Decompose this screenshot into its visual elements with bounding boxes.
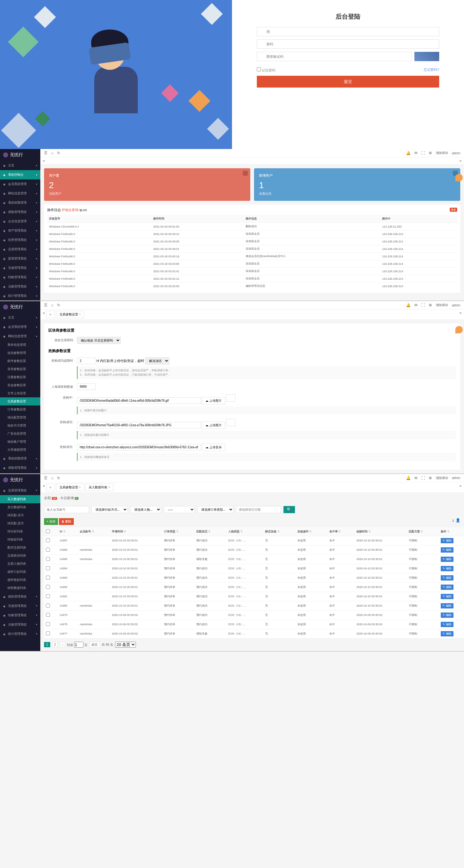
- more-badge[interactable]: 更多: [450, 208, 457, 212]
- sidebar-sub-item[interactable]: 交易投诉列表: [0, 552, 40, 560]
- sidebar-sub-item[interactable]: 短信参数管理: [0, 349, 40, 357]
- sidebar-sub-item[interactable]: 收款账户管理: [0, 438, 40, 446]
- new-users-card[interactable]: 新增用户 1 未激活员: [254, 168, 460, 201]
- tab-home[interactable]: ⌂: [46, 311, 55, 318]
- sidebar-item[interactable]: ◈主页▾: [0, 313, 40, 322]
- upload-img1-button[interactable]: ☁ 上传图片: [202, 397, 225, 404]
- sidebar-sub-item[interactable]: 买入数据列表: [0, 495, 40, 503]
- sidebar-sub-item[interactable]: 卖出数据列表: [0, 503, 40, 511]
- export-icon[interactable]: ⤓: [452, 518, 455, 523]
- sidebar-sub-item[interactable]: 安全参数设置: [0, 381, 40, 389]
- sidebar-sub-item[interactable]: 超时订款列表: [0, 568, 40, 576]
- edit-button[interactable]: ✎ 编辑: [441, 566, 454, 571]
- forgot-link[interactable]: 忘记密码?: [424, 67, 439, 73]
- username-input[interactable]: [257, 27, 439, 36]
- sidebar-item[interactable]: ◈系统权限管理▾: [0, 198, 40, 207]
- tab-settings[interactable]: 交易参数设置: [56, 311, 85, 318]
- sidebar-item[interactable]: ◈资产管理系统▾: [0, 226, 40, 235]
- sidebar-sub-item[interactable]: 地址配置管理: [0, 413, 40, 422]
- sidebar-item[interactable]: ◈充值管理系统▾: [0, 601, 40, 611]
- message-icon[interactable]: ✉: [415, 151, 418, 155]
- filter-person[interactable]: 请选择人物...: [130, 506, 161, 513]
- home-icon[interactable]: ⌂: [51, 476, 53, 480]
- search-button[interactable]: 🔍: [284, 506, 295, 513]
- bell-icon[interactable]: 🔔: [406, 303, 411, 307]
- sidebar-sub-item[interactable]: 交易参数设置: [0, 397, 40, 405]
- page-1[interactable]: 1: [44, 642, 50, 647]
- ip-lookup-link[interactable]: IP地址查询: [62, 208, 78, 212]
- sidebar-sub-item[interactable]: 销售数据列表: [0, 584, 40, 592]
- sidebar-item[interactable]: ◈系统控制台▾: [0, 170, 40, 180]
- edit-button[interactable]: ✎ 编辑: [441, 594, 454, 599]
- captcha-image[interactable]: [415, 52, 439, 61]
- edit-button[interactable]: ✎ 编辑: [441, 631, 454, 637]
- sidebar-sub-item[interactable]: 邮件参数设置: [0, 357, 40, 365]
- sidebar-item[interactable]: ◈授权管理系统▾: [0, 592, 40, 601]
- menu-icon[interactable]: ☰: [44, 476, 47, 480]
- filter-date[interactable]: [236, 506, 281, 513]
- edit-button[interactable]: ✎ 编辑: [441, 538, 454, 543]
- upload-audio-button[interactable]: ☁ 上传音乐: [202, 444, 225, 451]
- sidebar-sub-item[interactable]: 超时收款列表: [0, 576, 40, 584]
- user-icon[interactable]: 👤: [456, 518, 460, 523]
- add-button[interactable]: + 添加: [44, 518, 58, 525]
- edit-button[interactable]: ✎ 编辑: [441, 603, 454, 609]
- limit-input[interactable]: [77, 383, 96, 390]
- edit-button[interactable]: ✎ 编辑: [441, 557, 454, 562]
- bell-icon[interactable]: 🔔: [406, 151, 411, 155]
- sidebar-sub-item[interactable]: 文件上传设置: [0, 389, 40, 397]
- refresh-icon[interactable]: ↻: [57, 151, 60, 155]
- sidebar-item[interactable]: ◈交易管理系统▾: [0, 486, 40, 495]
- page-next[interactable]: ›: [60, 642, 65, 647]
- sidebar-sub-item[interactable]: 待付款列表: [0, 527, 40, 535]
- tab-next-icon[interactable]: »: [459, 159, 462, 163]
- upload-img2-button[interactable]: ☁ 上传图片: [202, 422, 225, 429]
- clear-cache-link[interactable]: 清除缓存: [436, 151, 448, 155]
- sidebar-item[interactable]: ◈会员系统管理▾: [0, 322, 40, 332]
- refresh-icon[interactable]: ↻: [57, 303, 60, 307]
- sidebar-item[interactable]: ◈兑换管理系统▾: [0, 282, 40, 291]
- users-card[interactable]: 用户量 2 活跃用户: [44, 168, 250, 201]
- sidebar-item[interactable]: ◈企业信息管理▾: [0, 217, 40, 226]
- tab-buylist[interactable]: 买入数据列表: [85, 484, 113, 491]
- settings-icon[interactable]: ⚙: [429, 151, 432, 155]
- edit-button[interactable]: ✎ 编辑: [441, 613, 454, 618]
- remember-checkbox[interactable]: 记住密码: [257, 67, 275, 73]
- edit-button[interactable]: ✎ 编辑: [441, 585, 454, 590]
- delete-button[interactable]: 🗑 删除: [59, 518, 74, 525]
- sidebar-sub-item[interactable]: 注册参数设置: [0, 373, 40, 381]
- sidebar-item[interactable]: ◈统计管理系统▾: [0, 629, 40, 639]
- menu-icon[interactable]: ☰: [44, 151, 47, 155]
- tab-prev-icon[interactable]: «: [43, 159, 45, 163]
- sidebar-item[interactable]: ◈转账管理系统▾: [0, 611, 40, 620]
- sidebar-sub-item[interactable]: 待收款列表: [0, 535, 40, 544]
- home-icon[interactable]: ⌂: [51, 303, 53, 307]
- message-icon[interactable]: ✉: [415, 303, 418, 307]
- audio-input[interactable]: [77, 444, 201, 451]
- sidebar-item[interactable]: ◈保险管理系统▾: [0, 463, 40, 472]
- sidebar-item[interactable]: ◈充值管理系统▾: [0, 263, 40, 273]
- sidebar-sub-item[interactable]: 订单参数设置: [0, 405, 40, 413]
- sidebar-sub-item[interactable]: 基本信息管理: [0, 341, 40, 349]
- fullscreen-icon[interactable]: ⛶: [421, 303, 425, 307]
- img2-input[interactable]: [77, 422, 201, 428]
- page-jump-button[interactable]: 跳页: [89, 642, 100, 648]
- sidebar-item[interactable]: ◈系统权限管理▾: [0, 454, 40, 463]
- refresh-icon[interactable]: ↻: [57, 476, 60, 480]
- sidebar-sub-item[interactable]: 交易人物列表: [0, 560, 40, 568]
- sidebar-item[interactable]: ◈主页▾: [0, 161, 40, 170]
- edit-button[interactable]: ✎ 编辑: [441, 575, 454, 581]
- sidebar-item[interactable]: ◈网站信息管理▾: [0, 332, 40, 341]
- sidebar-sub-item[interactable]: 待匹配-卖方: [0, 519, 40, 527]
- edit-button[interactable]: ✎ 编辑: [441, 547, 454, 553]
- filter-order[interactable]: 请选择订单类型...: [197, 506, 234, 513]
- edit-button[interactable]: ✎ 编辑: [441, 622, 454, 627]
- page-2[interactable]: 2: [52, 642, 58, 647]
- img1-input[interactable]: [77, 397, 201, 404]
- timeout-select[interactable]: 解冻冻结: [145, 357, 169, 365]
- home-icon[interactable]: ⌂: [51, 151, 53, 155]
- filter-all[interactable]: 全部 40: [44, 496, 57, 500]
- settings-icon[interactable]: ⚙: [429, 303, 432, 307]
- filter-match[interactable]: -----: [164, 506, 195, 513]
- sidebar-sub-item[interactable]: 广告信息管理: [0, 430, 40, 438]
